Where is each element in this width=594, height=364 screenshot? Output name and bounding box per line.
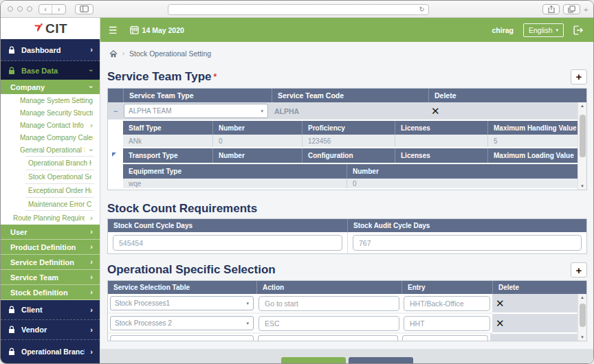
- sidebar-item-label: Maintenance Error Code: [28, 201, 91, 208]
- scrollbar-thumb[interactable]: [580, 304, 586, 327]
- chevron-right-icon: ›: [90, 273, 93, 281]
- scroll-up-icon[interactable]: ▲: [580, 294, 584, 301]
- sidebar-item-service-team[interactable]: Service Team›: [1, 270, 100, 285]
- equipment-type-value: wqe: [123, 179, 346, 188]
- chevron-right-icon: ›: [90, 258, 93, 266]
- share-button[interactable]: [542, 4, 560, 14]
- lock-icon: [8, 67, 16, 75]
- sidebar-item-vendor[interactable]: Vendor ›: [1, 320, 100, 340]
- sidebar-toggle-icon: [80, 5, 89, 12]
- column-header: Configuration: [302, 148, 395, 163]
- delete-row-icon[interactable]: ✕: [431, 105, 440, 117]
- browser-window: ‹ › ↻ + CIT: [0, 0, 594, 364]
- forward-button[interactable]: ›: [52, 5, 65, 14]
- primary-action-button[interactable]: [281, 357, 346, 364]
- logo-mark-icon: [33, 23, 45, 34]
- window-close-button[interactable]: [8, 6, 13, 12]
- language-select[interactable]: English ▾: [523, 23, 564, 37]
- table-scrollbar[interactable]: ▲ ▼: [578, 102, 586, 190]
- table-scrollbar[interactable]: ▲ ▼: [578, 294, 586, 341]
- action-input[interactable]: [258, 296, 399, 311]
- app-topbar: ☰ 14 May 2020 chirag English ▾: [100, 18, 593, 42]
- address-bar[interactable]: [168, 6, 419, 13]
- sidebar-item-label: Route Planning Requirements: [13, 214, 85, 222]
- sidebar-item-exceptional-order-handover[interactable]: Exceptional Order Handover: [25, 183, 94, 197]
- share-icon: [548, 5, 555, 13]
- secondary-action-button[interactable]: [349, 357, 413, 364]
- sidebar-item-label: Dashboard: [21, 46, 85, 54]
- new-tab-button[interactable]: +: [584, 5, 589, 14]
- sidebar-toggle-button[interactable]: [75, 4, 94, 14]
- scroll-up-icon[interactable]: ▲: [580, 102, 584, 109]
- sidebar-item-label: Service Team: [10, 273, 85, 282]
- sidebar-item-manage-security-structure[interactable]: Manage Security Structure: [1, 106, 100, 119]
- breadcrumb-current: Stock Operational Setting: [129, 49, 211, 58]
- back-button[interactable]: ‹: [39, 5, 52, 14]
- sidebar-item-client[interactable]: Client ›: [1, 300, 100, 320]
- sidebar-item-operational-branch-setting[interactable]: Operational Branch Setting ›: [1, 340, 100, 364]
- entry-input[interactable]: [404, 316, 490, 331]
- home-icon[interactable]: [109, 50, 118, 58]
- add-operational-selection-button[interactable]: +: [571, 262, 587, 277]
- column-header: Number: [346, 164, 586, 179]
- service-team-type-select[interactable]: ALPHA TEAM ▾: [124, 104, 268, 118]
- sidebar-item-manage-company-calendar[interactable]: Manage Company Calendar: [1, 131, 100, 144]
- logout-icon[interactable]: [573, 25, 584, 35]
- sidebar-item-route-planning-requirements[interactable]: Route Planning Requirements›: [1, 211, 100, 225]
- stock-count-cycle-days-input[interactable]: [113, 235, 342, 251]
- sidebar-item-dashboard[interactable]: Dashboard ›: [1, 39, 100, 61]
- service-selection-table-select[interactable]: [110, 335, 254, 341]
- sidebar-item-label: Product Definition: [10, 243, 85, 251]
- sidebar-item-stock-operational-settings[interactable]: Stock Operational Settings: [25, 170, 94, 183]
- sidebar-item-company[interactable]: Company ›: [1, 80, 100, 94]
- column-header: Equipment Type: [123, 164, 346, 179]
- entry-input[interactable]: [402, 335, 488, 341]
- delete-row-icon[interactable]: ✕: [496, 317, 505, 330]
- action-input[interactable]: [258, 335, 398, 341]
- service-team-code-value: ALPHA: [268, 107, 425, 115]
- tabs-overview-button[interactable]: [563, 4, 580, 14]
- expand-subtable-icon[interactable]: [112, 152, 116, 157]
- column-header: Stock Count Cycle Days: [108, 219, 347, 232]
- staff-row[interactable]: ANk 0 123456 5: [123, 135, 586, 148]
- hamburger-menu-button[interactable]: ☰: [109, 25, 118, 35]
- column-header: Maximum Handling Value: [487, 121, 586, 135]
- sidebar-item-service-definition[interactable]: Service Definition›: [1, 255, 100, 270]
- sidebar-item-label: Vendor: [21, 326, 85, 334]
- column-header: Number: [212, 148, 302, 163]
- sidebar-item-general-operational-settings[interactable]: General Operational Settings›: [1, 144, 100, 156]
- window-minimize-button[interactable]: [17, 6, 23, 12]
- collapse-row-icon[interactable]: −: [108, 106, 123, 116]
- action-input[interactable]: [258, 316, 399, 331]
- section-title-service-team-type: Service Team Type: [107, 70, 212, 84]
- sidebar-item-operational-branch-handover[interactable]: Operational Branch Handover: [25, 156, 94, 170]
- equipment-row[interactable]: wqe 0: [123, 179, 586, 190]
- window-zoom-button[interactable]: [27, 6, 32, 12]
- sidebar-item-manage-contact-info[interactable]: Manage Contact Info›: [1, 119, 100, 131]
- sidebar-item-manage-system-setting[interactable]: Manage System Setting: [1, 94, 100, 106]
- reload-icon[interactable]: ↻: [419, 6, 428, 13]
- sidebar-item-stock-definition[interactable]: Stock Definition›: [1, 285, 100, 300]
- entry-input[interactable]: [404, 296, 490, 311]
- caret-down-icon: ▾: [556, 27, 558, 33]
- sidebar-item-user[interactable]: User›: [1, 225, 100, 240]
- scrollbar-thumb[interactable]: [580, 115, 586, 157]
- add-service-team-button[interactable]: +: [571, 69, 587, 84]
- sidebar-item-product-definition[interactable]: Product Definition›: [1, 240, 100, 255]
- sidebar-item-label: Manage Company Calendar: [20, 134, 93, 141]
- scroll-down-icon[interactable]: ▼: [580, 334, 584, 341]
- sidebar-item-base-data[interactable]: Base Data ›: [1, 61, 100, 80]
- date-display[interactable]: 14 May 2020: [130, 25, 184, 34]
- staff-subtable: Staff Type Number Proficiency Licenses M…: [123, 121, 586, 148]
- scroll-down-icon[interactable]: ▼: [580, 183, 584, 190]
- lock-icon: [8, 326, 16, 334]
- service-selection-table-select[interactable]: Stock Processes 2 ▾: [110, 316, 254, 330]
- stock-audit-cycle-days-input[interactable]: [353, 235, 582, 251]
- staff-max-handling-value: 5: [487, 135, 586, 147]
- app-logo[interactable]: CIT: [1, 18, 100, 39]
- sidebar-item-maintenance-error-code[interactable]: Maintenance Error Code: [25, 197, 94, 211]
- service-selection-table-select[interactable]: Stock Processes1 ▾: [110, 296, 254, 310]
- transport-subtable: Transport Type Number Configuration Lice…: [123, 148, 586, 163]
- delete-row-icon[interactable]: ✕: [496, 297, 505, 310]
- username[interactable]: chirag: [492, 26, 514, 34]
